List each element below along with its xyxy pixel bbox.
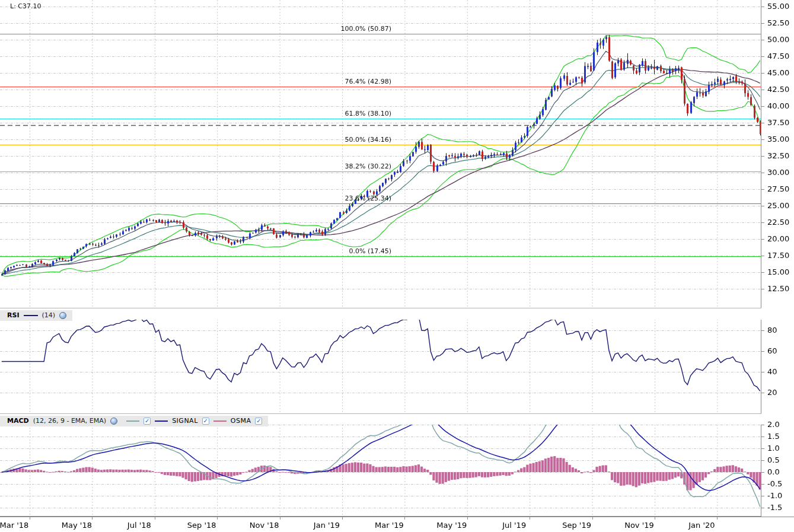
price-axis-tick — [761, 90, 764, 90]
price-axis-tick — [761, 239, 764, 240]
globe-icon[interactable] — [59, 312, 66, 319]
macd-legend-strip: MACD (12, 26, 9 - EMA, EMA) ✓SIGNAL✓OSMA… — [0, 416, 268, 426]
legend-label: SIGNAL — [172, 417, 198, 425]
rsi-axis-label: 40 — [767, 367, 777, 376]
date-axis-tick — [530, 517, 530, 520]
fib-level-label: 100.0% (50.87) — [0, 25, 393, 33]
price-axis-label: 30.00 — [767, 168, 789, 177]
date-axis-label: May '18 — [62, 521, 92, 530]
rsi-axis-tick — [761, 393, 764, 393]
price-chart-canvas[interactable] — [0, 0, 761, 307]
fib-level-label: 0.0% (17.45) — [0, 247, 393, 255]
price-axis-tick — [761, 156, 764, 157]
date-axis-label: May '19 — [436, 521, 467, 530]
price-axis-tick — [761, 206, 764, 206]
legend-line-swatch — [126, 420, 139, 422]
price-axis-tick — [761, 272, 764, 273]
macd-axis[interactable]: 2.01.51.00.50.0-0.5-1.0-1.5 — [761, 425, 794, 517]
price-axis-label: 35.00 — [767, 135, 789, 144]
macd-axis-label: -1.0 — [767, 491, 782, 500]
price-axis-label: 42.50 — [767, 85, 789, 94]
price-axis-tick — [761, 189, 764, 190]
date-axis-label: Jan '19 — [314, 521, 340, 530]
fib-level-label: 50.0% (34.16) — [0, 136, 393, 144]
macd-axis-tick — [761, 508, 764, 508]
date-axis-label: Sep '19 — [562, 521, 591, 530]
legend-checkbox[interactable]: ✓ — [144, 418, 151, 425]
date-axis-label: Jul '18 — [127, 521, 151, 530]
price-axis-tick — [761, 7, 764, 7]
macd-axis-label: 0.5 — [767, 455, 780, 464]
date-axis-tick — [655, 517, 655, 520]
rsi-axis-label: 20 — [767, 388, 777, 397]
price-axis-label: 22.50 — [767, 218, 789, 227]
macd-axis-label: -1.5 — [767, 503, 782, 512]
price-axis-label: 20.00 — [767, 234, 789, 243]
last-price-label: L: C37.10 — [10, 2, 42, 10]
date-axis-tick — [30, 517, 30, 520]
price-axis-label: 55.00 — [767, 2, 789, 11]
date-axis-tick — [92, 517, 93, 520]
fib-level-label: 76.4% (42.98) — [0, 78, 393, 85]
rsi-params: (14) — [42, 311, 56, 319]
date-axis-label: Nov '19 — [624, 521, 654, 530]
rsi-axis[interactable]: 80604020 — [761, 319, 794, 412]
price-axis-label: 17.50 — [767, 251, 789, 260]
rsi-legend-strip: RSI (14) — [0, 310, 72, 321]
globe-icon[interactable] — [110, 418, 117, 425]
macd-chart-canvas[interactable] — [0, 425, 761, 517]
date-axis-tick — [404, 517, 405, 520]
price-axis-label: 27.50 — [767, 184, 789, 193]
price-axis-label: 50.00 — [767, 35, 789, 44]
price-axis-label: 52.50 — [767, 18, 789, 27]
price-axis-tick — [761, 173, 764, 173]
fib-level-label: 61.8% (38.10) — [0, 110, 393, 117]
legend-label: OSMA — [231, 417, 251, 425]
macd-axis-tick — [761, 496, 764, 496]
date-axis-label: Nov '18 — [250, 521, 279, 530]
rsi-axis-label: 60 — [767, 346, 777, 355]
rsi-chart-canvas[interactable] — [0, 319, 761, 412]
rsi-line-swatch — [24, 315, 38, 316]
macd-axis-tick — [761, 484, 764, 485]
macd-params: (12, 26, 9 - EMA, EMA) — [33, 417, 106, 425]
date-axis-tick — [592, 517, 593, 520]
macd-axis-tick — [761, 425, 764, 425]
macd-axis-label: 2.0 — [767, 420, 780, 429]
macd-axis-tick — [761, 460, 764, 461]
rsi-axis-tick — [761, 330, 764, 331]
price-axis-label: 37.50 — [767, 118, 789, 127]
price-axis-tick — [761, 123, 764, 123]
price-axis-tick — [761, 222, 764, 223]
fib-level-label: 38.2% (30.22) — [0, 163, 393, 170]
price-axis-tick — [761, 23, 764, 24]
legend-line-swatch — [155, 420, 168, 422]
date-axis-tick — [217, 517, 218, 520]
date-axis-label: Mar '19 — [375, 521, 404, 530]
date-axis-tick — [155, 517, 155, 520]
price-axis-label: 15.00 — [767, 267, 789, 276]
legend-line-swatch — [213, 420, 227, 422]
macd-axis-label: -0.5 — [767, 479, 782, 488]
legend-checkbox[interactable]: ✓ — [202, 418, 209, 425]
price-axis-tick — [761, 289, 764, 289]
date-axis-tick — [342, 517, 343, 520]
date-axis-label: Jul '19 — [502, 521, 526, 530]
date-axis-tick — [717, 517, 718, 520]
price-axis-tick — [761, 139, 764, 140]
macd-axis-label: 1.0 — [767, 444, 780, 453]
rsi-panel-header: RSI (14) — [0, 308, 761, 320]
macd-axis-tick — [761, 472, 764, 473]
macd-axis-label: 0.0 — [767, 467, 780, 476]
rsi-axis-label: 80 — [767, 326, 777, 335]
price-axis-tick — [761, 256, 764, 256]
date-axis-label: Mar '18 — [0, 521, 28, 530]
rsi-title: RSI — [7, 311, 20, 319]
macd-title: MACD — [7, 417, 29, 425]
date-axis-tick — [467, 517, 468, 520]
date-axis[interactable]: Mar '18May '18Jul '18Sep '18Nov '18Jan '… — [0, 517, 794, 532]
legend-checkbox[interactable]: ✓ — [255, 418, 262, 425]
price-axis-label: 12.50 — [767, 284, 789, 293]
price-axis-tick — [761, 40, 764, 40]
date-axis-tick — [280, 517, 280, 520]
